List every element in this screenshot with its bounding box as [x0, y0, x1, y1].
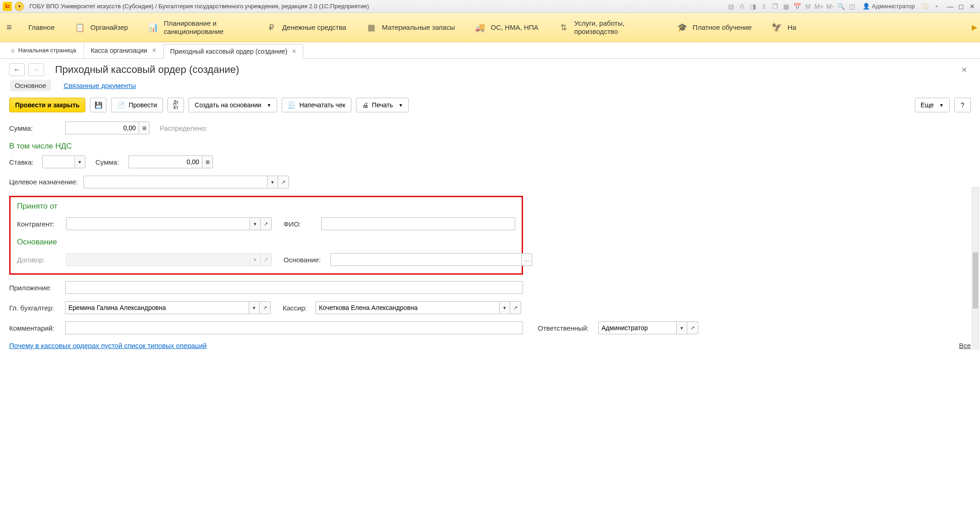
row-sum: Сумма: ⊞ Распределено:	[9, 122, 971, 134]
all-link[interactable]: Все	[959, 342, 971, 349]
counterparty-input[interactable]	[66, 217, 250, 230]
basis-input[interactable]	[330, 253, 521, 266]
menu-section-assets[interactable]: 🚚 ОС, НМА, НПА	[465, 13, 548, 42]
info-icon[interactable]: ⓘ	[921, 2, 930, 11]
rate-dropdown-button[interactable]: ▾	[74, 155, 85, 168]
menu-hamburger[interactable]: ≡	[0, 13, 18, 42]
copy-icon[interactable]: ❐	[771, 2, 779, 11]
tab-home[interactable]: ⌂ Начальная страница	[4, 42, 84, 58]
menu-section-services[interactable]: ⇅ Услуги, работы, производство	[549, 13, 667, 42]
highlighted-section: Принято от Контрагент: ▾ ↗ ФИО: Основани…	[9, 196, 523, 275]
counterparty-dropdown-button[interactable]: ▾	[250, 217, 261, 230]
tab-pko[interactable]: Приходный кассовый ордер (создание) ✕	[163, 44, 303, 59]
menu-label: ОС, НМА, НПА	[490, 23, 538, 32]
tab-close-icon[interactable]: ✕	[152, 47, 156, 54]
create-based-button[interactable]: Создать на основании▼	[189, 98, 277, 112]
content-area: ← → Приходный кассовый ордер (создание) …	[0, 59, 980, 359]
row-contract: Договор: ▾ ↗ Основание: …	[17, 253, 515, 266]
preview-icon[interactable]: ◨	[749, 2, 757, 11]
close-window-button[interactable]: ✕	[967, 2, 977, 11]
rate-input[interactable]	[42, 155, 74, 168]
responsible-open[interactable]: ↗	[687, 321, 698, 334]
calendar-icon[interactable]: 📅	[793, 2, 801, 11]
print-button[interactable]: 🖨Печать▼	[356, 98, 409, 112]
user-indicator[interactable]: 👤 Администратор	[863, 3, 915, 10]
dt-kt-button[interactable]: ДтКт	[167, 98, 184, 112]
cashier-label: Кассир:	[283, 304, 310, 312]
print-icon[interactable]: ⎙	[738, 2, 746, 11]
menu-section-money[interactable]: ₽ Денежные средства	[256, 13, 356, 42]
print-receipt-button[interactable]: 🧾Напечатать чек	[282, 98, 351, 112]
memory-mminus-icon[interactable]: M-	[826, 2, 834, 11]
menu-section-extra[interactable]: 🦅 На	[762, 13, 806, 42]
nav-back-button[interactable]: ←	[9, 63, 25, 76]
calculator-button[interactable]: ⊞	[139, 122, 150, 134]
chevron-down-icon: ▼	[398, 103, 403, 108]
menu-label: На	[787, 23, 796, 32]
menu-scroll-right[interactable]: ▶	[969, 13, 980, 42]
responsible-dropdown[interactable]: ▾	[676, 321, 687, 334]
basis-ellipsis-button[interactable]: …	[521, 253, 532, 266]
help-link[interactable]: Почему в кассовых ордерах пустой список …	[9, 342, 206, 349]
menu-section-education[interactable]: 🎓 Платное обучение	[667, 13, 762, 42]
organizer-icon: 📋	[75, 22, 85, 33]
vat-sum-input[interactable]	[128, 155, 202, 168]
help-button[interactable]: ?	[954, 98, 971, 112]
zoom-icon[interactable]: 🔍	[837, 2, 845, 11]
memory-m-icon[interactable]: M	[804, 2, 812, 11]
comment-input[interactable]	[65, 321, 523, 334]
cashier-dropdown[interactable]: ▾	[499, 301, 510, 314]
fio-input[interactable]	[321, 217, 515, 230]
sum-input[interactable]	[65, 122, 139, 134]
info-dropdown[interactable]: ▾	[932, 2, 941, 11]
save-button[interactable]: 💾	[90, 98, 106, 112]
cashier-group: ▾ ↗	[316, 301, 521, 314]
upload-icon[interactable]: ⇪	[760, 2, 768, 11]
responsible-input[interactable]	[598, 321, 676, 334]
memory-mplus-icon[interactable]: M+	[815, 2, 823, 11]
menu-label: Главное	[28, 23, 55, 32]
chief-accountant-dropdown[interactable]: ▾	[249, 301, 260, 314]
purpose-open-button[interactable]: ↗	[278, 176, 289, 188]
tab-label: Приходный кассовый ордер (создание)	[170, 48, 287, 55]
chevron-down-icon: ▼	[267, 103, 272, 108]
purpose-dropdown-button[interactable]: ▾	[267, 176, 278, 188]
maximize-button[interactable]: ◻	[956, 2, 966, 11]
post-button[interactable]: 📄Провести	[111, 98, 163, 112]
dtkt-icon: ДтКт	[173, 100, 178, 110]
form-area: Сумма: ⊞ Распределено: В том числе НДС С…	[9, 120, 971, 349]
subtab-related[interactable]: Связанные документы	[59, 80, 141, 91]
vertical-scrollbar[interactable]	[972, 187, 979, 349]
attachment-input[interactable]	[65, 281, 523, 294]
menu-section-organizer[interactable]: 📋 Органайзер	[65, 13, 138, 42]
basis-label: Основание:	[284, 256, 325, 264]
contract-label: Договор:	[17, 256, 61, 264]
user-name: Администратор	[872, 3, 915, 10]
nav-forward-button[interactable]: →	[28, 63, 44, 76]
chief-accountant-input[interactable]	[65, 301, 249, 314]
menu-section-planning[interactable]: 📊 Планирование и санкционирование	[138, 13, 256, 42]
post-and-close-button[interactable]: Провести и закрыть	[9, 98, 85, 112]
contract-input-group: ▾ ↗	[66, 253, 272, 266]
scrollbar-thumb[interactable]	[973, 252, 978, 309]
more-button[interactable]: Еще▼	[915, 98, 950, 112]
chief-accountant-open[interactable]: ↗	[260, 301, 271, 314]
materials-icon: ▦	[367, 22, 377, 33]
subtab-main[interactable]: Основное	[10, 80, 51, 91]
panel-icon[interactable]: ◫	[848, 2, 856, 11]
cashier-input[interactable]	[316, 301, 499, 314]
contract-input	[66, 253, 250, 266]
tab-kassa[interactable]: Касса организации ✕	[84, 42, 163, 58]
page-close-button[interactable]: ✕	[958, 64, 971, 76]
calculator-icon[interactable]: ▦	[782, 2, 790, 11]
tab-close-icon[interactable]: ✕	[292, 48, 296, 55]
menu-section-main[interactable]: Главное	[18, 13, 65, 42]
calculator-button[interactable]: ⊞	[202, 155, 213, 168]
cashier-open[interactable]: ↗	[510, 301, 521, 314]
app-menu-dropdown[interactable]: ▾	[15, 2, 24, 11]
save-icon[interactable]: ▤	[727, 2, 735, 11]
purpose-input[interactable]	[84, 176, 267, 188]
minimize-button[interactable]: —	[945, 2, 955, 11]
counterparty-open-button[interactable]: ↗	[261, 217, 272, 230]
menu-section-materials[interactable]: ▦ Материальные запасы	[356, 13, 465, 42]
